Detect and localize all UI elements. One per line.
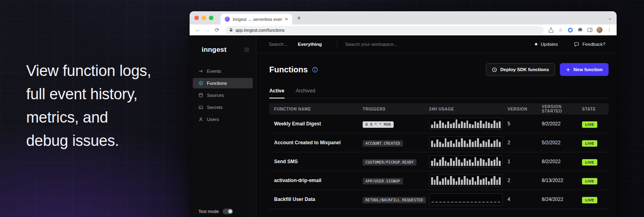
browser-menu-dots-icon[interactable]: ⋮ — [605, 27, 613, 33]
browser-tab-strip: Inngest → serverless event-dri ✕ + ⌄ — [190, 11, 617, 25]
state-badge: LIVE — [582, 178, 597, 184]
test-mode-toggle[interactable] — [223, 209, 233, 214]
forward-button[interactable]: → — [202, 27, 212, 33]
app-content: Search... Everything Updates Feedback? — [256, 35, 617, 217]
lock-icon — [229, 28, 233, 32]
trigger-badge: CUSTOMER/PICKUP.READY — [363, 159, 417, 166]
table-row[interactable]: Weekly Email Digest 0 9 * * MON 5 9/2/20… — [269, 115, 609, 133]
version-started-value: 5/2/2022 — [542, 140, 582, 145]
topbar-divider — [337, 41, 337, 47]
new-function-button[interactable]: New function — [560, 63, 609, 76]
extension-icon[interactable] — [566, 28, 574, 33]
secrets-icon — [198, 105, 203, 110]
inngest-logo: inngest — [202, 46, 227, 54]
sidebar-item-label: Functions — [207, 81, 227, 86]
close-window-icon[interactable] — [194, 16, 199, 20]
table-row[interactable]: activation-drip-email APP/USER.SIGNUP 2 … — [269, 171, 609, 190]
hero-headline: View function logs, full event history, … — [26, 59, 151, 152]
function-name[interactable]: Send SMS — [274, 159, 363, 164]
function-name[interactable]: Backfill User Data — [274, 197, 363, 202]
table-row[interactable]: Account Created to Mixpanel ACCOUNT.CREA… — [269, 133, 609, 152]
profile-avatar[interactable] — [597, 27, 603, 33]
sidebar-item-label: Users — [207, 117, 219, 122]
toolbar-icons: ☆ ⋮ — [547, 27, 613, 33]
table-row[interactable]: Backfill User Data RETOOL/BACKFILL.REQUE… — [269, 190, 609, 209]
back-button[interactable]: ← — [193, 27, 202, 33]
state-badge: LIVE — [582, 197, 597, 203]
functions-icon — [198, 81, 203, 86]
functions-table: FUNCTION NAME TRIGGERS 24H USAGE VERSION… — [269, 103, 609, 209]
feedback-bubble-icon — [574, 42, 579, 47]
side-panel-icon[interactable] — [586, 28, 594, 32]
col-triggers: TRIGGERS — [363, 107, 429, 111]
reload-button[interactable]: ⟳ — [212, 27, 222, 33]
search-label[interactable]: Search... — [269, 42, 287, 47]
hero-line: View function logs, — [26, 59, 151, 82]
tab-title: Inngest → serverless event-dri — [233, 17, 282, 22]
plus-icon — [566, 68, 570, 72]
info-icon[interactable] — [312, 67, 318, 73]
feedback-label: Feedback? — [582, 42, 605, 47]
tab-close-icon[interactable]: ✕ — [285, 17, 288, 21]
minimize-window-icon[interactable] — [202, 16, 206, 20]
function-name[interactable]: activation-drip-email — [274, 178, 363, 183]
browser-tab[interactable]: Inngest → serverless event-dri ✕ — [221, 14, 292, 25]
function-tabs: Active Archived — [269, 88, 609, 98]
col-24h-usage: 24H USAGE — [429, 107, 508, 111]
window-controls[interactable] — [194, 16, 213, 20]
updates-dot-icon — [535, 43, 537, 45]
col-state: STATE — [582, 107, 604, 111]
state-badge: LIVE — [582, 121, 597, 128]
search-scope-dropdown[interactable]: Everything — [298, 42, 322, 47]
hero-line: full event history, — [26, 82, 151, 106]
usage-sparkline — [429, 193, 503, 205]
address-bar[interactable]: app.inngest.com/functions — [225, 26, 544, 34]
page: View function logs, full event history, … — [0, 0, 644, 217]
bookmark-star-icon[interactable]: ☆ — [557, 27, 565, 33]
sources-icon — [198, 93, 203, 98]
sidebar-item-functions[interactable]: Functions — [193, 78, 253, 88]
usage-sparkline — [429, 137, 503, 149]
deploy-sdk-functions-button[interactable]: Deploy SDK functions — [486, 63, 555, 76]
sidebar-item-secrets[interactable]: Secrets — [193, 102, 253, 113]
col-version: VERSION — [508, 107, 542, 111]
sidebar-item-sources[interactable]: Sources — [193, 90, 253, 100]
version-started-value: 9/2/2022 — [542, 121, 582, 127]
version-value: 2 — [508, 140, 542, 145]
sidebar-item-label: Secrets — [207, 105, 223, 110]
table-row[interactable]: Send SMS CUSTOMER/PICKUP.READY 1 8/2/202… — [269, 152, 609, 171]
function-name[interactable]: Weekly Email Digest — [274, 121, 363, 127]
version-started-value: 8/13/2022 — [542, 178, 582, 183]
share-icon[interactable] — [547, 27, 555, 33]
sidebar-item-users[interactable]: Users — [193, 114, 253, 125]
version-value: 1 — [508, 159, 542, 164]
updates-label: Updates — [541, 42, 558, 47]
extensions-puzzle-icon[interactable] — [576, 27, 584, 33]
col-version-started: VERSION STARTED — [542, 104, 582, 113]
updates-button[interactable]: Updates — [535, 42, 558, 47]
zoom-window-icon[interactable] — [209, 16, 213, 20]
tab-strip-chevron-icon[interactable]: ⌄ — [608, 15, 612, 21]
apps-grid-icon[interactable] — [244, 47, 249, 52]
table-header-row: FUNCTION NAME TRIGGERS 24H USAGE VERSION… — [269, 103, 609, 115]
page-title: Functions — [269, 65, 308, 74]
sidebar-item-events[interactable]: Events — [193, 66, 253, 76]
test-mode-label: Test mode — [198, 209, 219, 214]
trigger-badge: 0 9 * * MON — [363, 121, 394, 128]
version-started-value: 8/2/2022 — [542, 159, 582, 164]
workspace-search-input[interactable] — [345, 42, 438, 47]
deploy-clock-icon — [492, 67, 497, 72]
feedback-button[interactable]: Feedback? — [574, 42, 605, 47]
tab-archived[interactable]: Archived — [296, 88, 316, 98]
function-name[interactable]: Account Created to Mixpanel — [274, 140, 363, 145]
url-text: app.inngest.com/functions — [235, 28, 285, 33]
users-icon — [198, 117, 203, 122]
state-badge: LIVE — [582, 140, 597, 147]
new-tab-button[interactable]: + — [297, 15, 301, 21]
col-function-name: FUNCTION NAME — [274, 107, 363, 111]
tab-active[interactable]: Active — [269, 88, 285, 98]
hero-line: metrics, and — [26, 106, 151, 129]
inngest-app: inngest Events Functions Sources — [190, 35, 617, 217]
state-badge: LIVE — [582, 159, 597, 166]
sidebar-nav: Events Functions Sources Secrets — [190, 66, 256, 125]
